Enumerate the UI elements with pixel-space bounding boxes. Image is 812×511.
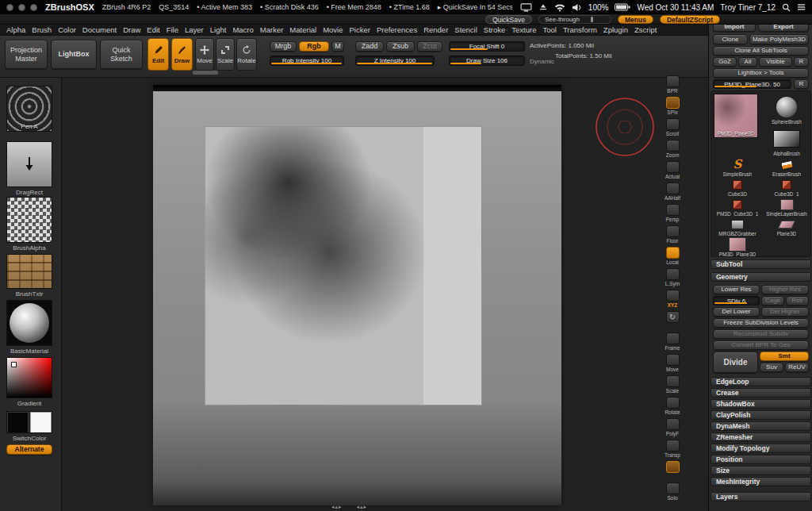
primary-color-swatch[interactable]: [30, 412, 52, 433]
reuv-button[interactable]: ReUV: [785, 363, 809, 372]
divider-arrows-icon[interactable]: ◂▴▸: [357, 504, 368, 510]
menubar-clock[interactable]: Wed Oct 30 11:43 AM: [637, 3, 714, 12]
right-shelf-button[interactable]: Scale: [661, 375, 684, 397]
menu-item[interactable]: File: [167, 25, 178, 34]
lightbox-button[interactable]: LightBox: [51, 40, 97, 69]
suv-toggle[interactable]: Suv: [760, 363, 783, 372]
tool-thumbnail-grabber[interactable]: MRGBZGrabber: [713, 217, 762, 236]
focal-shift-slider[interactable]: Focal Shift 0: [449, 41, 525, 52]
tool-thumbnail-spherebrush[interactable]: SphereBrush: [762, 94, 811, 125]
lightbox-tools-button[interactable]: Lightbox > Tools: [713, 68, 809, 78]
rstr-button[interactable]: Rstr: [786, 296, 809, 305]
clone-button[interactable]: Clone: [713, 34, 748, 44]
tool-thumbnail-simplebrush[interactable]: S SimpleBrush: [713, 158, 762, 177]
minimize-icon[interactable]: [18, 4, 25, 11]
menu-item[interactable]: Material: [289, 25, 316, 34]
geometry-section-header[interactable]: Geometry: [710, 272, 811, 282]
right-shelf-button[interactable]: Move: [661, 354, 684, 375]
smt-toggle[interactable]: Smt: [760, 352, 809, 361]
divide-button[interactable]: Divide: [713, 352, 758, 373]
right-shelf-button[interactable]: AAHalf: [661, 182, 684, 204]
tool-name-slider[interactable]: PM3D_Plane3D. 50: [713, 79, 791, 89]
alpha-thumbnail[interactable]: [6, 197, 52, 243]
tool-thumbnail-cube3d-1[interactable]: Cube3D_1: [762, 178, 811, 197]
menu-item[interactable]: Macro: [232, 25, 253, 34]
menu-item[interactable]: Movie: [323, 25, 343, 34]
right-shelf-button[interactable]: L.Sym: [661, 268, 684, 290]
menu-item[interactable]: Stencil: [454, 25, 477, 34]
zsub-button[interactable]: Zsub: [386, 41, 415, 52]
menu-item[interactable]: Render: [423, 25, 448, 34]
section-header[interactable]: EdgeLoop: [710, 377, 811, 386]
current-texture-slot[interactable]: BrushTxtr: [6, 254, 52, 298]
menu-item[interactable]: Draw: [123, 25, 140, 34]
menu-item[interactable]: Edit: [147, 25, 159, 34]
rgb-button[interactable]: Rgb: [299, 41, 329, 52]
z-intensity-slider[interactable]: Z Intensity 100: [355, 56, 435, 66]
airplay-icon[interactable]: [538, 3, 548, 12]
draw-mode-button[interactable]: Draw: [171, 38, 193, 71]
right-shelf-button[interactable]: [661, 461, 684, 482]
section-header[interactable]: MeshIntegrity: [710, 477, 811, 486]
right-shelf-button[interactable]: Zoom: [661, 140, 684, 161]
menu-item[interactable]: Alpha: [6, 25, 25, 34]
section-header[interactable]: Position: [710, 455, 811, 464]
edit-mode-button[interactable]: Edit: [147, 38, 169, 71]
right-shelf-button[interactable]: BPR: [661, 75, 684, 97]
notification-list-icon[interactable]: [797, 3, 806, 11]
goz-button[interactable]: GoZ: [713, 57, 737, 67]
right-shelf-button[interactable]: Local: [661, 247, 684, 268]
cage-button[interactable]: Cage: [761, 296, 784, 305]
section-header[interactable]: Size: [710, 466, 811, 475]
menu-item[interactable]: Marker: [260, 25, 284, 34]
right-shelf-button[interactable]: Persp: [661, 204, 684, 225]
m-button[interactable]: M: [331, 41, 344, 52]
divider-arrows-icon[interactable]: ◂▴▸: [331, 504, 343, 510]
canvas-stage[interactable]: ◂▴▸◂▴▸: [62, 78, 708, 511]
section-header[interactable]: ZRemesher: [710, 432, 811, 442]
rgb-intensity-slider[interactable]: Rgb Intensity 100: [270, 56, 344, 66]
switch-color-slot[interactable]: SwitchColor: [6, 411, 52, 442]
dynamic-toggle[interactable]: Dynamic: [530, 58, 554, 65]
close-icon[interactable]: [6, 4, 13, 11]
current-brush-slot[interactable]: Pen A: [6, 86, 52, 132]
right-shelf-button[interactable]: Rotate: [661, 397, 684, 418]
current-material-slot[interactable]: BasicMaterial: [6, 300, 52, 355]
color-picker[interactable]: [6, 357, 52, 398]
right-shelf-button[interactable]: [661, 311, 684, 332]
freeze-subdivision-button[interactable]: Freeze SubDivision Levels: [713, 318, 809, 328]
tool-thumbnail-plane3d[interactable]: Plane3D: [762, 217, 811, 236]
section-header[interactable]: ClayPolish: [710, 410, 811, 420]
menubar-user[interactable]: Troy Tiner 7_12: [720, 3, 776, 12]
active-tool-thumbnail[interactable]: PM3D_Plane3D: [714, 94, 758, 138]
clone-all-subtools-button[interactable]: Clone All SubTools: [713, 46, 809, 56]
convert-bpr-button[interactable]: Convert BPR To Geo: [713, 340, 809, 350]
wifi-icon[interactable]: [554, 3, 565, 12]
zcut-button[interactable]: Zcut: [417, 41, 442, 52]
right-shelf-button[interactable]: Actual: [661, 161, 684, 182]
zadd-button[interactable]: Zadd: [355, 41, 384, 52]
tool-r-button[interactable]: R: [794, 79, 809, 89]
rotate-mode-button[interactable]: Rotate: [236, 38, 257, 71]
section-header[interactable]: DynaMesh: [710, 421, 811, 431]
see-through-slider[interactable]: See-through: [538, 15, 611, 24]
menu-item[interactable]: Picker: [350, 25, 370, 34]
right-shelf-button[interactable]: SPix: [661, 97, 684, 118]
current-stroke-slot[interactable]: DragRect: [6, 141, 52, 196]
reconstruct-subdiv-button[interactable]: Reconstruct Subdiv: [713, 329, 809, 339]
menu-item[interactable]: Stroke: [484, 25, 505, 34]
menu-item[interactable]: Zscript: [634, 25, 657, 34]
menu-item[interactable]: Preferences: [377, 25, 417, 34]
higher-res-button[interactable]: Higher Res: [761, 285, 809, 294]
stroke-thumbnail[interactable]: [6, 141, 52, 187]
make-polymesh3d-button[interactable]: Make PolyMesh3D: [749, 34, 809, 44]
menu-item[interactable]: Document: [82, 25, 117, 34]
volume-icon[interactable]: [572, 3, 582, 12]
tool-thumbnail-alphabrush[interactable]: AlphaBrush: [762, 126, 811, 156]
tool-thumbnail-pm3d-cube[interactable]: PM3D_Cube3D_1: [713, 198, 762, 217]
section-header[interactable]: ShadowBox: [710, 399, 811, 409]
right-shelf-button[interactable]: Scroll: [661, 118, 684, 140]
scale-mode-button[interactable]: Scale: [216, 38, 235, 71]
del-higher-button[interactable]: Del Higher: [761, 307, 809, 317]
display-icon[interactable]: [520, 3, 532, 12]
